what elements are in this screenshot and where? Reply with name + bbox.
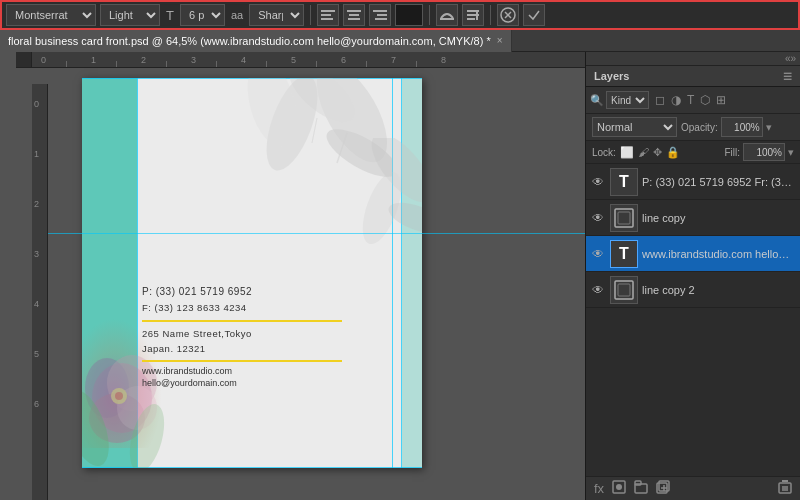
- document-tab[interactable]: floral business card front.psd @ 64,5% (…: [0, 30, 512, 52]
- layer-visibility-3[interactable]: 👁: [590, 247, 606, 261]
- align-right-button[interactable]: [369, 4, 391, 26]
- font-family-select[interactable]: Montserrat: [6, 4, 96, 26]
- ruler-tick: [316, 61, 317, 67]
- horizontal-ruler: // will be rendered inline below 0 1 2 3…: [16, 52, 585, 68]
- ruler-mark-4: 4: [241, 55, 246, 65]
- filter-pixel-button[interactable]: ◻: [653, 93, 667, 107]
- address-line-2: Japan. 12321: [142, 341, 412, 356]
- ruler-mark-8: 8: [441, 55, 446, 65]
- lock-all-button[interactable]: 🔒: [666, 146, 680, 159]
- guide-v-3: [401, 78, 402, 468]
- lock-fill-row: Lock: ⬜ 🖌 ✥ 🔒 Fill: ▾: [586, 141, 800, 164]
- font-size-icon: T: [166, 8, 174, 23]
- ruler-tick: [216, 61, 217, 67]
- divider-3: [490, 5, 491, 25]
- warp-text-button[interactable]: [436, 4, 458, 26]
- url-line: www.ibrandstudio.com: [142, 366, 412, 376]
- svg-rect-37: [618, 212, 630, 224]
- ruler-mark-0: 0: [41, 55, 46, 65]
- align-left-button[interactable]: [317, 4, 339, 26]
- canvas-area[interactable]: // will be rendered inline below 0 1 2 3…: [16, 52, 585, 500]
- fax-line: F: (33) 123 8633 4234: [142, 300, 412, 315]
- svg-rect-7: [377, 14, 387, 16]
- svg-rect-4: [349, 14, 359, 16]
- svg-rect-13: [476, 12, 478, 20]
- font-size-select[interactable]: 6 pt: [180, 4, 225, 26]
- layers-title: Layers: [594, 70, 629, 82]
- align-center-button[interactable]: [343, 4, 365, 26]
- opacity-input[interactable]: [721, 117, 763, 137]
- fill-dropdown[interactable]: ▾: [788, 146, 794, 159]
- svg-rect-5: [348, 18, 360, 20]
- layer-visibility-2[interactable]: 👁: [590, 211, 606, 225]
- layer-name-1: P: (33) 021 5719 6952 Fr: (33...: [642, 176, 796, 188]
- ruler-mark-6: 6: [341, 55, 346, 65]
- layer-item-selected[interactable]: 👁 T www.ibrandstudio.com hello@...: [586, 236, 800, 272]
- address-line-1: 265 Name Street,Tokyo: [142, 326, 412, 341]
- leaf-decoration-mid: [332, 138, 422, 258]
- layers-list[interactable]: 👁 T P: (33) 021 5719 6952 Fr: (33... 👁 l…: [586, 164, 800, 476]
- vertical-ruler: 0 1 2 3 4 5 6: [32, 84, 48, 500]
- delete-layer-button[interactable]: [776, 480, 794, 497]
- tab-close-button[interactable]: ×: [497, 35, 503, 46]
- teal-stripe-right: [402, 78, 422, 468]
- new-group-button[interactable]: [632, 480, 650, 497]
- lock-pixels-button[interactable]: ⬜: [620, 146, 634, 159]
- ruler-tick: [66, 61, 67, 67]
- svg-rect-3: [347, 10, 361, 12]
- ruler-mark-1: 1: [91, 55, 96, 65]
- layer-name-3: www.ibrandstudio.com hello@...: [642, 248, 796, 260]
- ruler-mark-7: 7: [391, 55, 396, 65]
- svg-rect-12: [467, 18, 475, 20]
- v-ruler-mark-3: 3: [34, 249, 39, 259]
- layer-visibility-4[interactable]: 👁: [590, 283, 606, 297]
- layer-filter-icons: ◻ ◑ T ⬡ ⊞: [653, 93, 728, 107]
- panel-menu-button[interactable]: ☰: [783, 71, 792, 82]
- layer-item[interactable]: 👁 line copy: [586, 200, 800, 236]
- contact-info: P: (33) 021 5719 6952 F: (33) 123 8633 4…: [142, 284, 412, 388]
- fill-control: Fill: ▾: [724, 143, 794, 161]
- layer-name-4: line copy 2: [642, 284, 796, 296]
- add-layer-style-button[interactable]: fx: [592, 481, 606, 496]
- cancel-button[interactable]: [497, 4, 519, 26]
- svg-point-35: [115, 392, 123, 400]
- v-ruler-mark-5: 5: [34, 349, 39, 359]
- paragraph-button[interactable]: [462, 4, 484, 26]
- blend-mode-select[interactable]: Normal: [592, 117, 677, 137]
- fill-input[interactable]: [743, 143, 785, 161]
- phone-line: P: (33) 021 5719 6952: [142, 284, 412, 300]
- antialiasing-select[interactable]: Sharp: [249, 4, 304, 26]
- confirm-button[interactable]: [523, 4, 545, 26]
- layer-item[interactable]: 👁 T P: (33) 021 5719 6952 Fr: (33...: [586, 164, 800, 200]
- ruler-tick: [266, 61, 267, 67]
- filter-shape-button[interactable]: ⬡: [698, 93, 712, 107]
- blend-opacity-row: Normal Opacity: ▾: [586, 114, 800, 141]
- yellow-divider-2: [142, 360, 342, 362]
- layer-thumbnail-3: T: [610, 240, 638, 268]
- svg-rect-0: [321, 10, 335, 12]
- filter-adjustment-button[interactable]: ◑: [669, 93, 683, 107]
- filter-smart-button[interactable]: ⊞: [714, 93, 728, 107]
- panel-collapse-arrows[interactable]: «»: [586, 52, 800, 66]
- filter-type-button[interactable]: T: [685, 93, 696, 107]
- font-style-select[interactable]: Light: [100, 4, 160, 26]
- layer-kind-select[interactable]: Kind: [606, 91, 649, 109]
- layer-item[interactable]: 👁 line copy 2: [586, 272, 800, 308]
- svg-rect-39: [618, 284, 630, 296]
- opacity-dropdown[interactable]: ▾: [766, 121, 772, 134]
- ruler-tick: [166, 61, 167, 67]
- svg-rect-9: [440, 18, 454, 20]
- layer-visibility-1[interactable]: 👁: [590, 175, 606, 189]
- divider-2: [429, 5, 430, 25]
- ruler-tick: [116, 61, 117, 67]
- ruler-mark-5: 5: [291, 55, 296, 65]
- svg-rect-6: [373, 10, 387, 12]
- lock-label: Lock:: [592, 147, 616, 158]
- new-layer-button[interactable]: [654, 480, 672, 497]
- layers-panel: «» Layers ☰ 🔍 Kind ◻ ◑ T ⬡ ⊞ Normal: [585, 52, 800, 500]
- lock-image-button[interactable]: 🖌: [638, 146, 649, 158]
- aa-label: aa: [231, 9, 243, 21]
- lock-position-button[interactable]: ✥: [653, 146, 662, 159]
- text-color-swatch[interactable]: [395, 4, 423, 26]
- add-mask-button[interactable]: [610, 480, 628, 497]
